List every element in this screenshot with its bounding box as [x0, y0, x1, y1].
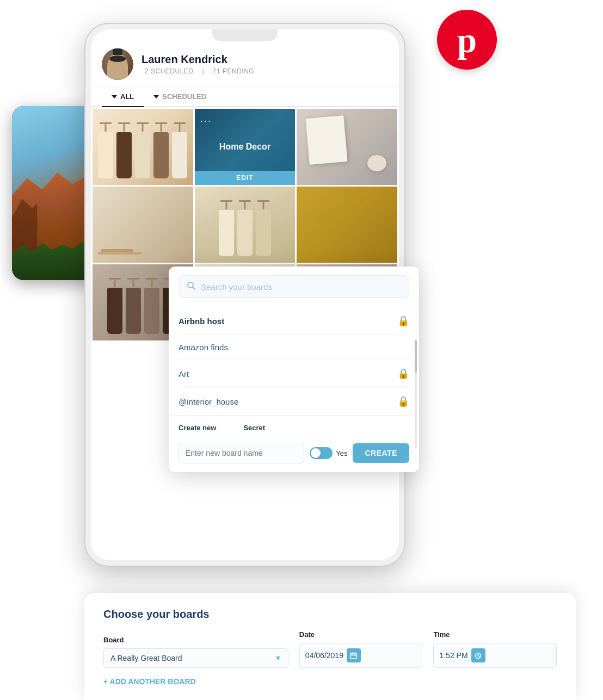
avatar-head	[111, 53, 124, 66]
user-name: Lauren Kendrick	[141, 53, 388, 66]
cloth-3	[135, 132, 150, 178]
phone-notch	[212, 29, 278, 41]
fabric-cloth-3	[256, 210, 271, 256]
secret-toggle-section: Yes	[310, 447, 347, 459]
cloth-1	[98, 132, 113, 178]
tab-all-arrow	[112, 95, 117, 98]
avatar	[102, 48, 133, 80]
search-box[interactable]: Search your boards	[179, 275, 409, 298]
time-input[interactable]: 1:52 PM	[433, 643, 557, 668]
board-item-amazon[interactable]: Amazon finds	[179, 335, 409, 360]
grid-cell-yellow	[297, 187, 397, 263]
board-name-art: Art	[179, 369, 189, 379]
board-select[interactable]: A Really Great Board ▼	[103, 648, 288, 668]
fabric-cloth-2	[237, 210, 253, 256]
board-item-art[interactable]: Art 🔒	[179, 360, 409, 388]
dark-cloth-1	[107, 288, 122, 334]
time-column: Time 1:52 PM	[433, 630, 557, 668]
hangers-visual-2	[195, 187, 296, 263]
hangers-visual-1	[93, 109, 193, 185]
user-stats: 2 SCHEDULED | 71 PENDING	[141, 67, 388, 75]
date-value: 04/06/2019	[305, 651, 343, 660]
lock-icon-art: 🔒	[397, 368, 409, 380]
home-decor-title: Home Decor	[219, 142, 270, 152]
svg-rect-2	[350, 653, 356, 659]
coffee-cup	[367, 155, 386, 171]
board-item-airbnb[interactable]: Airbnb host 🔒	[179, 307, 409, 335]
dark-cloth-3	[144, 288, 159, 334]
home-decor-dots: ...	[200, 113, 212, 125]
phone-tabs: ALL SCHEDULED	[91, 87, 399, 107]
create-row: Yes CREATE	[179, 443, 409, 463]
secret-toggle[interactable]	[310, 447, 333, 459]
scrollbar[interactable]	[415, 340, 417, 449]
create-section: Create new Secret Yes CREATE	[169, 416, 419, 472]
tab-scheduled[interactable]: SCHEDULED	[144, 87, 216, 106]
date-column: Date 04/06/2019	[299, 630, 423, 668]
chain-decoration-2	[98, 252, 141, 255]
panel-title: Choose your boards	[103, 608, 557, 621]
board-name-interior: @interior_house	[179, 397, 238, 406]
board-item-interior[interactable]: @interior_house 🔒	[179, 388, 409, 416]
pending-count: 71 PENDING	[213, 67, 254, 75]
board-name-airbnb: Airbnb host	[179, 317, 224, 326]
tab-all[interactable]: ALL	[102, 87, 144, 106]
board-col-label: Board	[103, 636, 288, 644]
toggle-yes-label: Yes	[336, 449, 347, 457]
toggle-knob	[311, 448, 321, 458]
new-board-name-input[interactable]	[179, 443, 304, 463]
stats-divider: |	[202, 67, 204, 75]
user-info: Lauren Kendrick 2 SCHEDULED | 71 PENDING	[141, 53, 388, 75]
time-col-label: Time	[433, 630, 557, 639]
panel-columns: Board A Really Great Board ▼ Date 04/06/…	[103, 630, 557, 668]
cloth-2	[116, 132, 132, 178]
svg-line-8	[478, 655, 480, 656]
board-select-value: A Really Great Board	[110, 654, 272, 662]
scheduled-count: 2 SCHEDULED	[145, 67, 194, 75]
magazine-decoration	[306, 115, 348, 165]
grid-cell-fabric	[195, 187, 296, 263]
home-decor-edit[interactable]: EDIT	[195, 171, 296, 185]
grid-cell-home-decor[interactable]: ... Home Decor EDIT	[195, 109, 296, 185]
grid-cell-jewelry	[93, 187, 193, 263]
create-new-label: Create new	[179, 424, 216, 432]
lock-icon-airbnb: 🔒	[397, 315, 409, 327]
avatar-hat	[109, 55, 126, 62]
board-selector-dropdown: Search your boards Airbnb host 🔒 Amazon …	[169, 267, 419, 472]
time-value: 1:52 PM	[439, 651, 467, 660]
date-input[interactable]: 04/06/2019	[299, 643, 423, 668]
board-name-amazon: Amazon finds	[179, 343, 228, 352]
lock-icon-interior: 🔒	[397, 395, 409, 407]
avatar-hat-top	[113, 48, 122, 55]
search-section: Search your boards	[169, 267, 419, 307]
create-board-button[interactable]: CREATE	[353, 443, 409, 463]
cloth-5	[172, 132, 187, 178]
tab-all-label: ALL	[120, 92, 134, 101]
dark-cloth-2	[126, 288, 141, 334]
time-picker-button[interactable]	[471, 648, 485, 662]
scrollbar-thumb	[415, 340, 417, 373]
fabric-cloth-1	[219, 210, 234, 256]
search-icon	[187, 281, 195, 292]
bottom-panel: Choose your boards Board A Really Great …	[84, 593, 576, 700]
tab-scheduled-arrow	[153, 95, 159, 98]
svg-line-1	[193, 287, 195, 289]
secret-label: Secret	[243, 424, 265, 432]
add-another-board-link[interactable]: + ADD ANOTHER BOARD	[103, 677, 196, 686]
tab-scheduled-label: SCHEDULED	[162, 92, 206, 101]
pinterest-p-letter: p	[457, 18, 477, 58]
search-placeholder-text: Search your boards	[201, 282, 272, 292]
board-column: Board A Really Great Board ▼	[103, 636, 288, 668]
grid-cell-hangers-1	[93, 109, 193, 185]
calendar-button[interactable]	[347, 648, 361, 662]
board-dropdown-arrow: ▼	[275, 654, 281, 662]
board-list: Airbnb host 🔒 Amazon finds Art 🔒 @interi…	[169, 307, 419, 416]
grid-cell-magazine	[297, 109, 397, 185]
pinterest-logo: p	[437, 10, 497, 70]
yellow-bg	[297, 187, 397, 263]
cloth-4	[153, 132, 169, 178]
date-col-label: Date	[299, 630, 423, 639]
